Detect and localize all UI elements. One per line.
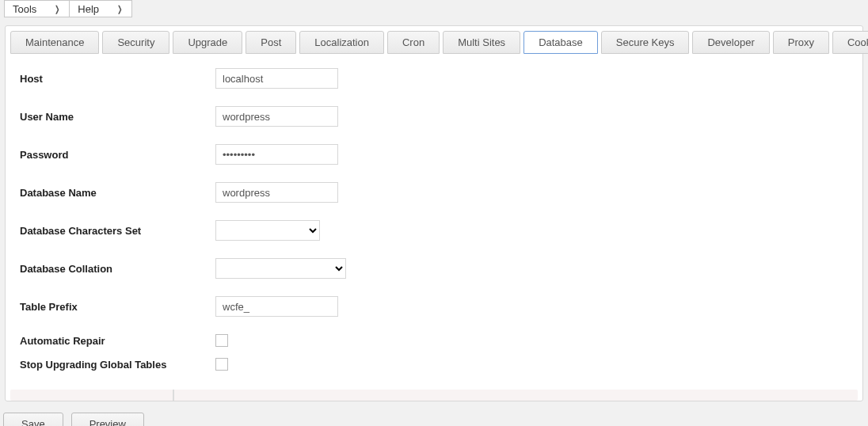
dbname-input[interactable] bbox=[215, 182, 338, 203]
panel-footer bbox=[10, 390, 858, 401]
chevron-right-icon: ❯ bbox=[117, 4, 122, 14]
tab-localization[interactable]: Localization bbox=[299, 31, 384, 54]
footer-divider bbox=[173, 390, 174, 401]
settings-panel: Maintenance Security Upgrade Post Locali… bbox=[5, 25, 863, 401]
password-label: Password bbox=[20, 149, 215, 161]
menubar: Tools ❯ Help ❯ bbox=[0, 0, 868, 17]
database-form: Host User Name Password Database Name Da… bbox=[9, 54, 859, 385]
save-button[interactable]: Save bbox=[3, 413, 63, 426]
username-label: User Name bbox=[20, 111, 215, 123]
collation-label: Database Collation bbox=[20, 263, 215, 275]
stop-upgrade-label: Stop Upgrading Global Tables bbox=[20, 359, 215, 371]
auto-repair-checkbox[interactable] bbox=[215, 334, 228, 347]
tab-cron[interactable]: Cron bbox=[387, 31, 440, 54]
host-label: Host bbox=[20, 73, 215, 85]
tab-multi-sites[interactable]: Multi Sites bbox=[443, 31, 520, 54]
tab-security[interactable]: Security bbox=[102, 31, 169, 54]
stop-upgrade-checkbox[interactable] bbox=[215, 358, 228, 371]
tab-database[interactable]: Database bbox=[523, 31, 598, 54]
auto-repair-label: Automatic Repair bbox=[20, 335, 215, 347]
tab-secure-keys[interactable]: Secure Keys bbox=[601, 31, 690, 54]
chevron-right-icon: ❯ bbox=[55, 4, 60, 14]
tab-developer[interactable]: Developer bbox=[692, 31, 769, 54]
menu-label: Tools bbox=[13, 3, 36, 15]
prefix-label: Table Prefix bbox=[20, 301, 215, 313]
tab-post[interactable]: Post bbox=[246, 31, 296, 54]
tab-upgrade[interactable]: Upgrade bbox=[173, 31, 242, 54]
tab-maintenance[interactable]: Maintenance bbox=[10, 31, 99, 54]
tab-proxy[interactable]: Proxy bbox=[773, 31, 829, 54]
username-input[interactable] bbox=[215, 106, 338, 127]
preview-button[interactable]: Preview bbox=[71, 413, 144, 426]
action-bar: Save Preview bbox=[0, 401, 868, 426]
charset-label: Database Characters Set bbox=[20, 225, 215, 237]
charset-select[interactable] bbox=[215, 220, 320, 241]
host-input[interactable] bbox=[215, 68, 338, 89]
menu-tools[interactable]: Tools ❯ bbox=[4, 0, 70, 17]
prefix-input[interactable] bbox=[215, 296, 338, 317]
dbname-label: Database Name bbox=[20, 187, 215, 199]
menu-help[interactable]: Help ❯ bbox=[69, 0, 132, 17]
tab-cookies[interactable]: Cookies bbox=[832, 31, 868, 54]
password-input[interactable] bbox=[215, 144, 338, 165]
tab-bar: Maintenance Security Upgrade Post Locali… bbox=[9, 29, 859, 54]
menu-label: Help bbox=[78, 3, 99, 15]
collation-select[interactable] bbox=[215, 258, 346, 279]
